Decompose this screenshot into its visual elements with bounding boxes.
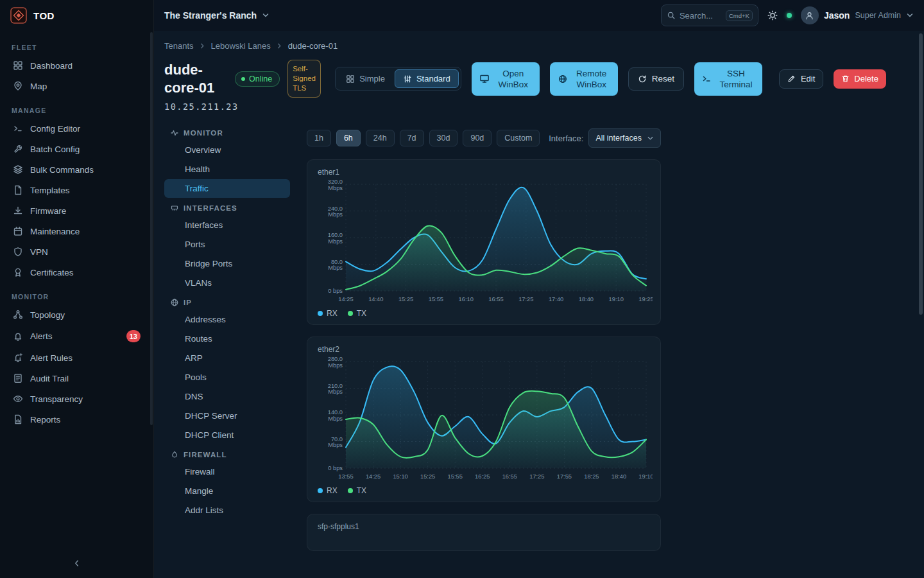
subnav-item-firewall[interactable]: Firewall xyxy=(164,462,290,481)
topology-icon xyxy=(13,310,23,320)
open-winbox-label: Open WinBox xyxy=(495,68,532,90)
chart-card-ether1: ether1 320.0Mbps240.0Mbps160.0Mbps80.0Mb… xyxy=(307,159,661,325)
interface-select[interactable]: All interfaces xyxy=(588,128,661,148)
breadcrumb-tenants[interactable]: Tenants xyxy=(164,41,194,51)
svg-text:210.0Mbps: 210.0Mbps xyxy=(328,383,343,396)
subnav-section-interfaces: INTERFACES xyxy=(164,198,290,215)
svg-text:19:10: 19:10 xyxy=(609,296,624,302)
sidebar-item-label: Config Editor xyxy=(30,124,80,134)
svg-text:17:40: 17:40 xyxy=(549,296,563,302)
view-toggle-standard[interactable]: Standard xyxy=(395,69,459,88)
range-6h[interactable]: 6h xyxy=(336,130,361,146)
sidebar-item-vpn[interactable]: VPN xyxy=(8,241,146,262)
ethernet-icon xyxy=(171,204,178,212)
main-scrollbar[interactable] xyxy=(919,33,923,315)
sidebar-item-map[interactable]: Map xyxy=(8,76,146,96)
sidebar-item-alerts[interactable]: Alerts 13 xyxy=(8,325,146,347)
download-icon xyxy=(13,206,23,216)
sidebar-item-label: Dashboard xyxy=(30,61,73,71)
search-shortcut-badge: Cmd+K xyxy=(726,10,753,21)
subnav-item-dhcp-server[interactable]: DHCP Server xyxy=(164,407,290,425)
sidebar-item-transparency[interactable]: Transparency xyxy=(8,389,146,409)
open-winbox-button[interactable]: Open WinBox xyxy=(472,62,540,96)
ssh-terminal-button[interactable]: SSH Terminal xyxy=(694,62,762,96)
chevron-left-icon xyxy=(73,559,81,568)
svg-text:0 bps: 0 bps xyxy=(328,288,343,294)
document-lines-icon xyxy=(13,373,23,383)
svg-text:15:25: 15:25 xyxy=(420,473,435,480)
ssh-terminal-label: SSH Terminal xyxy=(717,68,755,90)
breadcrumb-tenant-name[interactable]: Lebowski Lanes xyxy=(211,41,271,51)
tenant-selector[interactable]: The Stranger's Ranch xyxy=(164,10,270,21)
svg-text:19:25: 19:25 xyxy=(638,296,653,302)
sidebar-item-dashboard[interactable]: Dashboard xyxy=(8,55,146,76)
grid-icon xyxy=(346,74,355,83)
range-custom[interactable]: Custom xyxy=(497,130,540,146)
page-title: dude-core-01 xyxy=(164,61,227,97)
range-7d[interactable]: 7d xyxy=(400,130,424,146)
range-1h[interactable]: 1h xyxy=(307,130,331,146)
user-role: Super Admin xyxy=(855,11,901,20)
legend-tx-label: TX xyxy=(357,309,366,318)
edit-button[interactable]: Edit xyxy=(779,69,823,89)
sidebar-item-reports[interactable]: Reports xyxy=(8,409,146,430)
subnav-item-vlans[interactable]: VLANs xyxy=(164,274,290,292)
chart-title: ether2 xyxy=(318,345,651,354)
legend-rx-label: RX xyxy=(327,486,338,495)
sidebar-item-firmware[interactable]: Firmware xyxy=(8,200,146,221)
subnav-item-ports[interactable]: Ports xyxy=(164,235,290,254)
subnav-item-routes[interactable]: Routes xyxy=(164,329,290,348)
sidebar-item-templates[interactable]: Templates xyxy=(8,180,146,200)
subnav-item-traffic[interactable]: Traffic xyxy=(164,179,290,198)
subnav-item-addr-lists[interactable]: Addr Lists xyxy=(164,501,290,520)
remote-winbox-label: Remote WinBox xyxy=(573,68,610,90)
svg-text:16:25: 16:25 xyxy=(475,473,490,480)
subnav-item-mangle[interactable]: Mangle xyxy=(164,482,290,500)
sidebar-item-topology[interactable]: Topology xyxy=(8,304,146,325)
svg-text:17:55: 17:55 xyxy=(557,473,572,480)
sidebar-item-config-editor[interactable]: Config Editor xyxy=(8,118,146,139)
range-90d[interactable]: 90d xyxy=(463,130,492,146)
range-24h[interactable]: 24h xyxy=(366,130,395,146)
view-toggle-simple[interactable]: Simple xyxy=(338,69,393,88)
subnav-item-overview[interactable]: Overview xyxy=(164,141,290,159)
global-search[interactable]: Cmd+K xyxy=(661,4,758,26)
delete-button[interactable]: Delete xyxy=(834,69,886,89)
range-30d[interactable]: 30d xyxy=(429,130,458,146)
legend-rx-label: RX xyxy=(327,309,338,318)
calendar-icon xyxy=(13,226,23,236)
sidebar-scrollbar[interactable] xyxy=(150,32,153,425)
sidebar-item-alert-rules[interactable]: Alert Rules xyxy=(8,347,146,368)
reset-button[interactable]: Reset xyxy=(628,67,684,91)
edit-label: Edit xyxy=(801,74,815,83)
chart-filter-row: 1h 6h 24h 7d 30d 90d Custom Interface: A… xyxy=(307,128,661,148)
search-input[interactable] xyxy=(680,11,722,21)
pencil-icon xyxy=(787,74,796,83)
sidebar-item-bulk-commands[interactable]: Bulk Commands xyxy=(8,159,146,180)
subnav-item-pools[interactable]: Pools xyxy=(164,368,290,387)
remote-winbox-button[interactable]: Remote WinBox xyxy=(550,62,618,96)
subnav-item-addresses[interactable]: Addresses xyxy=(164,310,290,329)
file-icon xyxy=(13,185,23,195)
theme-toggle-sun-icon[interactable] xyxy=(767,10,778,21)
avatar xyxy=(801,6,819,24)
sidebar-collapse-button[interactable] xyxy=(0,548,153,578)
svg-text:80.0Mbps: 80.0Mbps xyxy=(328,259,343,272)
subnav-item-arp[interactable]: ARP xyxy=(164,349,290,367)
sidebar-item-certificates[interactable]: Certificates xyxy=(8,262,146,283)
subnav-item-health[interactable]: Health xyxy=(164,160,290,179)
subnav-item-bridge-ports[interactable]: Bridge Ports xyxy=(164,254,290,273)
subnav-item-dhcp-client[interactable]: DHCP Client xyxy=(164,426,290,444)
app-logo-row[interactable]: TOD xyxy=(0,0,153,31)
tx-dot-icon xyxy=(348,311,353,316)
chart-legend: RX TX xyxy=(318,309,651,318)
subnav-item-dns[interactable]: DNS xyxy=(164,387,290,406)
subnav-item-interfaces[interactable]: Interfaces xyxy=(164,216,290,234)
svg-text:0 bps: 0 bps xyxy=(328,465,343,471)
user-menu[interactable]: Jason Super Admin xyxy=(801,6,914,24)
sidebar-item-maintenance[interactable]: Maintenance xyxy=(8,221,146,241)
top-header: The Stranger's Ranch Cmd+K Jason Super A… xyxy=(154,0,924,31)
sidebar-item-batch-config[interactable]: Batch Config xyxy=(8,139,146,159)
sidebar-item-audit-trail[interactable]: Audit Trail xyxy=(8,368,146,389)
svg-text:17:25: 17:25 xyxy=(518,296,533,302)
